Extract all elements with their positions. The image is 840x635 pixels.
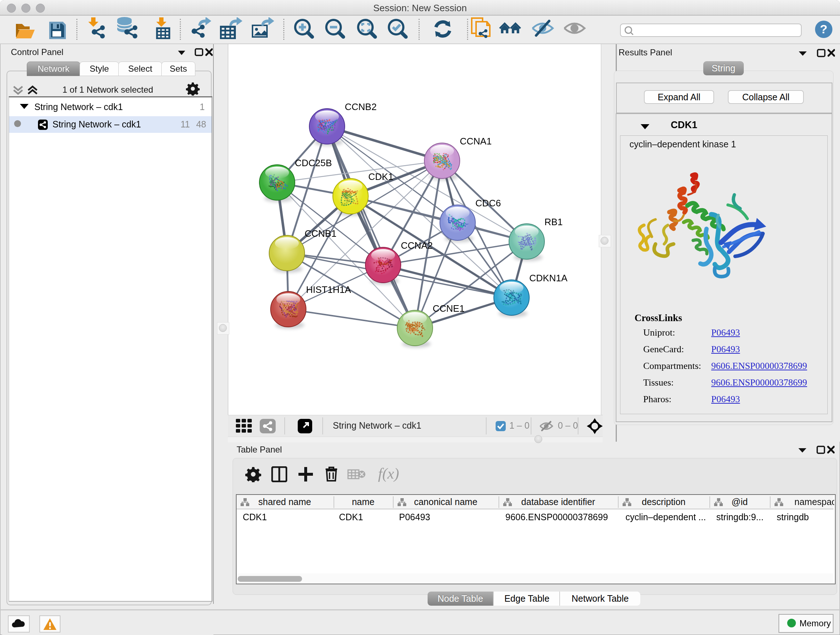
svg-text:?: ? — [820, 22, 828, 36]
